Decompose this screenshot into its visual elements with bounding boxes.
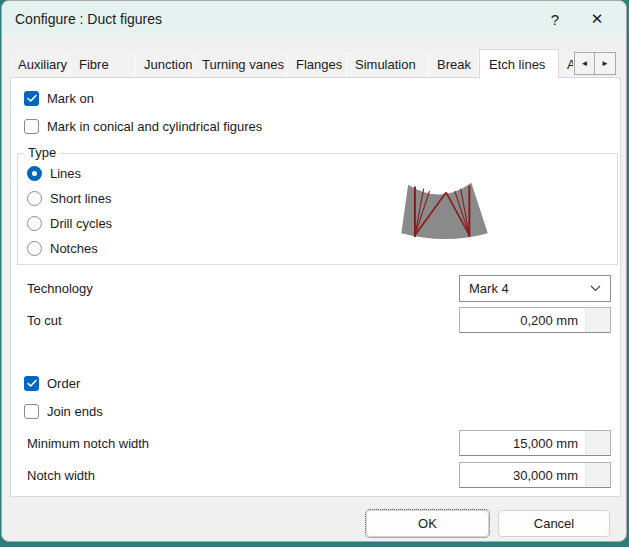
type-group-box [17,153,618,265]
spinner-zone [585,463,610,487]
etch-lines-page: Mark on Mark in conical and cylindrical … [10,77,621,497]
join-ends-checkbox[interactable]: Join ends [24,403,103,420]
minimum-notch-width-value: 15,000 mm [513,431,578,455]
help-icon[interactable]: ? [534,1,576,37]
tab-fibre[interactable]: Fibre [71,52,136,77]
type-group-title: Type [24,145,60,160]
spinner-zone [585,431,610,455]
mark-conical-label: Mark in conical and cylindrical figures [47,119,262,134]
tab-simulation[interactable]: Simulation [347,52,429,77]
to-cut-input[interactable]: 0,200 mm [459,307,611,333]
radio-notches[interactable]: Notches [27,240,98,257]
radio-lines[interactable]: Lines [27,165,81,182]
radio-selected-icon [27,166,42,181]
join-ends-label: Join ends [47,404,103,419]
close-icon[interactable]: ✕ [576,1,618,37]
tab-flanges[interactable]: Flanges [288,52,347,77]
radio-drill-cycles-label: Drill cycles [50,216,112,231]
to-cut-label: To cut [27,313,62,328]
tab-strip: Auxiliary Fibre Junction Turning vanes F… [10,51,616,77]
to-cut-value: 0,200 mm [520,308,578,332]
mark-on-checkbox[interactable]: Mark on [24,90,94,107]
tab-clipped-next[interactable]: A [559,52,574,77]
radio-lines-label: Lines [50,166,81,181]
configure-duct-figures-dialog: Configure : Duct figures ? ✕ Auxiliary F… [1,0,627,542]
duct-figure-preview [392,173,502,241]
order-checkbox[interactable]: Order [24,375,80,392]
tab-scroll-left-icon[interactable]: ◄ [574,52,595,75]
cancel-button[interactable]: Cancel [498,510,610,537]
tab-junction[interactable]: Junction [136,52,194,77]
mark-conical-checkbox[interactable]: Mark in conical and cylindrical figures [24,118,262,135]
tab-turning-vanes[interactable]: Turning vanes [194,52,288,77]
checkbox-empty-icon [24,404,39,419]
ok-button[interactable]: OK [366,510,489,537]
dialog-title: Configure : Duct figures [2,11,534,27]
technology-dropdown[interactable]: Mark 4 [459,275,611,302]
radio-empty-icon [27,216,42,231]
minimum-notch-width-input[interactable]: 15,000 mm [459,430,611,456]
tab-break[interactable]: Break [429,52,479,77]
notch-width-value: 30,000 mm [513,463,578,487]
order-label: Order [47,376,80,391]
title-bar: Configure : Duct figures ? ✕ [2,1,626,37]
radio-empty-icon [27,241,42,256]
mark-on-label: Mark on [47,91,94,106]
radio-empty-icon [27,191,42,206]
checkbox-empty-icon [24,119,39,134]
technology-value: Mark 4 [469,281,590,296]
technology-label: Technology [27,281,93,296]
checkmark-icon [24,91,39,106]
notch-width-label: Notch width [27,468,95,483]
radio-notches-label: Notches [50,241,98,256]
tab-auxiliary[interactable]: Auxiliary [10,52,71,77]
notch-width-input[interactable]: 30,000 mm [459,462,611,488]
tab-etch-lines[interactable]: Etch lines [479,49,559,78]
radio-short-lines-label: Short lines [50,191,111,206]
radio-drill-cycles[interactable]: Drill cycles [27,215,112,232]
chevron-down-icon [590,285,601,292]
radio-short-lines[interactable]: Short lines [27,190,111,207]
checkmark-icon [24,376,39,391]
minimum-notch-width-label: Minimum notch width [27,436,149,451]
tab-scroll-right-icon[interactable]: ► [595,52,616,75]
spinner-zone [585,308,610,332]
